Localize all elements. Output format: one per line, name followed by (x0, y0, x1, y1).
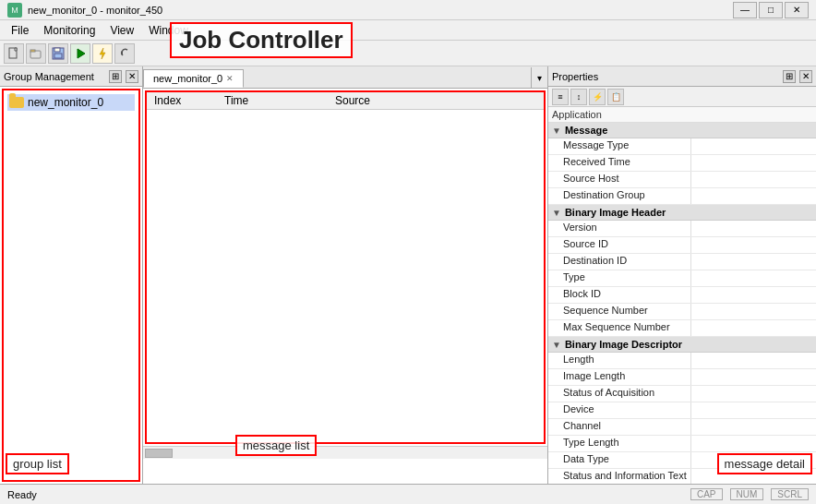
folder-icon (9, 97, 24, 108)
properties-close-button[interactable]: ✕ (799, 70, 812, 83)
prop-value[interactable] (691, 419, 816, 435)
tab-new-monitor-0[interactable]: new_monitor_0 ✕ (143, 69, 244, 88)
tree-item-new-monitor-0[interactable]: new_monitor_0 (7, 94, 135, 111)
tab-close-button[interactable]: ✕ (226, 74, 234, 83)
close-button[interactable]: ✕ (785, 2, 809, 18)
properties-list[interactable]: ▼MessageMessage TypeReceived TimeSource … (548, 123, 816, 484)
center-panel: new_monitor_0 ✕ ▾ Index Time Source (143, 66, 548, 484)
prop-row: Source ID (548, 237, 816, 254)
prop-section-label: Binary Image Header (565, 207, 666, 218)
properties-pin-button[interactable]: ⊞ (783, 70, 796, 83)
prop-section-header[interactable]: ▼Binary Image Descriptor (548, 337, 816, 353)
prop-value[interactable] (691, 254, 816, 270)
prop-name: Data Type (548, 452, 691, 468)
title-bar: M new_monitor_0 - monitor_450 — □ ✕ (0, 0, 816, 20)
menu-monitoring[interactable]: Monitoring (36, 22, 102, 39)
right-panel: Properties ⊞ ✕ ≡ ↕ ⚡ 📋 Application ▼Mess… (548, 66, 816, 484)
prop-value[interactable] (691, 386, 816, 402)
prop-row: Image Length (548, 369, 816, 386)
prop-name: Type Length (548, 436, 691, 451)
prop-row: Max Sequence Number (548, 320, 816, 337)
panel-pin-button[interactable]: ⊞ (109, 70, 122, 83)
prop-btn-lightning[interactable]: ⚡ (589, 89, 606, 105)
prop-name: Sequence Number (548, 304, 691, 319)
message-detail-annotation: message detail (717, 453, 812, 474)
prop-name: Channel (548, 419, 691, 435)
prop-btn-pages[interactable]: 📋 (607, 89, 624, 105)
svg-rect-4 (54, 48, 60, 52)
group-management-header: Group Management ⊞ ✕ (0, 66, 142, 87)
prop-value[interactable] (691, 402, 816, 418)
prop-btn-list[interactable]: ≡ (552, 89, 569, 105)
toolbar-run[interactable] (70, 43, 90, 64)
collapse-icon: ▼ (552, 208, 561, 218)
prop-name: Image Length (548, 369, 691, 385)
toolbar-open[interactable] (26, 43, 46, 64)
prop-row: Type (548, 270, 816, 287)
maximize-button[interactable]: □ (759, 2, 783, 18)
panel-close-button[interactable]: ✕ (126, 70, 138, 83)
prop-value[interactable] (691, 353, 816, 368)
prop-row: Type Length (548, 436, 816, 452)
prop-row: Source Host (548, 172, 816, 188)
menu-file[interactable]: File (4, 22, 36, 39)
svg-marker-7 (100, 48, 105, 59)
prop-row: Version (548, 221, 816, 237)
tab-label: new_monitor_0 (153, 73, 222, 84)
toolbar-lightning[interactable] (92, 43, 113, 64)
prop-row: Length (548, 353, 816, 369)
prop-value[interactable] (691, 138, 816, 154)
prop-value[interactable] (691, 221, 816, 236)
prop-value[interactable] (691, 320, 816, 336)
prop-value[interactable] (691, 237, 816, 253)
prop-name: Source ID (548, 237, 691, 253)
prop-section-header[interactable]: ▼Message (548, 123, 816, 138)
prop-name: Device (548, 402, 691, 418)
tree-item-label: new_monitor_0 (28, 96, 103, 109)
app-icon: M (7, 3, 22, 18)
prop-value[interactable] (691, 172, 816, 187)
svg-rect-2 (30, 50, 35, 52)
prop-row: Sequence Number (548, 304, 816, 320)
prop-value[interactable] (691, 155, 816, 171)
toolbar (0, 41, 816, 66)
prop-value[interactable] (691, 436, 816, 451)
window-title: new_monitor_0 - monitor_450 (28, 5, 733, 16)
prop-row: Device (548, 402, 816, 419)
prop-section-header[interactable]: ▼Binary Image Header (548, 205, 816, 221)
prop-name: Received Time (548, 155, 691, 171)
toolbar-undo[interactable] (114, 43, 135, 64)
job-controller-label: Job Controller (170, 22, 353, 58)
prop-name: Message Type (548, 138, 691, 154)
prop-name: Length (548, 353, 691, 368)
left-panel: Group Management ⊞ ✕ new_monitor_0 group… (0, 66, 143, 484)
prop-btn-sort[interactable]: ↕ (570, 89, 587, 105)
prop-name: Status of Acquisition (548, 386, 691, 402)
message-table[interactable]: Index Time Source (143, 89, 547, 484)
prop-row: Status of Acquisition (548, 386, 816, 402)
prop-value[interactable] (691, 270, 816, 286)
prop-name: Type (548, 270, 691, 286)
toolbar-save[interactable] (48, 43, 68, 64)
message-table-inner: Index Time Source (145, 90, 546, 444)
minimize-button[interactable]: — (733, 2, 757, 18)
collapse-icon: ▼ (552, 340, 561, 350)
prop-name: Max Sequence Number (548, 320, 691, 336)
table-body (147, 110, 544, 442)
horizontal-scrollbar[interactable] (143, 446, 547, 459)
menu-view[interactable]: View (102, 22, 141, 39)
toolbar-new[interactable] (4, 43, 24, 64)
properties-toolbar: ≡ ↕ ⚡ 📋 (548, 87, 816, 107)
prop-value[interactable] (691, 287, 816, 303)
prop-value[interactable] (691, 304, 816, 319)
prop-value[interactable] (691, 188, 816, 204)
prop-section: ▼MessageMessage TypeReceived TimeSource … (548, 123, 816, 205)
prop-row: Destination Group (548, 188, 816, 205)
properties-header: Properties ⊞ ✕ (548, 66, 816, 87)
prop-value[interactable] (691, 369, 816, 385)
scroll-thumb[interactable] (145, 449, 173, 458)
tab-dropdown[interactable]: ▾ (531, 67, 547, 88)
prop-section-label: Binary Image Descriptor (565, 339, 682, 350)
prop-name: Status and Information Text (548, 469, 691, 484)
prop-row: Channel (548, 419, 816, 436)
